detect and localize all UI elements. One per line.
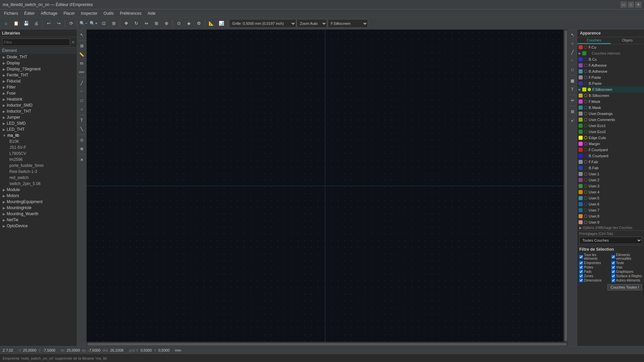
filter-autres-checkbox[interactable] xyxy=(611,279,615,282)
tb-3d-button[interactable]: ◈ xyxy=(184,19,194,28)
tb-mirror-button[interactable]: ⇔ xyxy=(142,19,151,28)
layer-row-bcu[interactable]: B.Cu xyxy=(577,56,644,62)
layer-row-margin[interactable]: Margin xyxy=(577,141,644,147)
filter-texte-checkbox[interactable] xyxy=(611,261,615,265)
pcb-canvas[interactable] xyxy=(87,29,564,342)
vt-circle-button[interactable]: ○ xyxy=(78,105,86,113)
grid-dropdown[interactable]: Grille: 0,5000 mm (0,0197 inch) xyxy=(229,19,296,28)
vt-grid-button[interactable]: ⊞ xyxy=(78,42,86,50)
rvt-arc-button[interactable]: ◜ xyxy=(569,57,577,65)
vt-text-button[interactable]: T xyxy=(78,116,86,124)
presets-select[interactable]: Toutes Couches F.Cu seul B.Cu seul xyxy=(579,237,642,244)
filter-pistes-checkbox[interactable] xyxy=(579,265,583,269)
tree-item-module[interactable]: ▶Module xyxy=(0,187,77,193)
layer-row-fadhesive[interactable]: F.Adhesive xyxy=(577,62,644,68)
tree-item-inductor-smd[interactable]: ▶Inductor_SMD xyxy=(0,102,77,108)
tb-design-button[interactable]: 📐 xyxy=(207,19,216,28)
tb-undo-button[interactable]: ↩ xyxy=(44,19,53,28)
tree-item-heatsink[interactable]: ▶Heatsink xyxy=(0,96,77,102)
close-button[interactable]: ✕ xyxy=(635,2,641,8)
filter-pads-checkbox[interactable] xyxy=(579,270,583,274)
filter-dimensions-checkbox[interactable] xyxy=(579,279,583,282)
vt-unit-button[interactable]: m xyxy=(78,59,86,67)
vt-anchor-button[interactable]: ⊕ xyxy=(78,145,86,153)
rvt-pen-button[interactable]: ✏ xyxy=(569,97,577,105)
tb-orient-button[interactable]: ⊕ xyxy=(162,19,171,28)
rvt-hatch-button[interactable]: ▦ xyxy=(569,77,577,85)
tb-rotate-button[interactable]: ↻ xyxy=(131,19,141,28)
tb-grid-button[interactable]: ⊞ xyxy=(152,19,161,28)
layer-row-bmask[interactable]: B.Mask xyxy=(577,105,644,111)
options-affichage-header[interactable]: ▶ Options d'Affichage des Couches xyxy=(577,225,644,230)
tree-item-display[interactable]: ▶Display xyxy=(0,60,77,66)
layer-row-edgecuts[interactable]: Edge.Cuts xyxy=(577,135,644,141)
tab-objets[interactable]: Objets xyxy=(611,37,644,44)
layer-row-fsilkscreen[interactable]: ▶ F.Silkscreen xyxy=(577,86,644,93)
vt-select-button[interactable]: ↖ xyxy=(78,31,86,39)
library-search-input[interactable] xyxy=(2,39,70,46)
tb-refresh-button[interactable]: ⟳ xyxy=(66,19,76,28)
horizontal-scrollbar[interactable] xyxy=(87,342,568,346)
tree-item-inductor-tht[interactable]: ▶Inductor_THT xyxy=(0,108,77,114)
layer-row-badhesive[interactable]: B.Adhesive xyxy=(577,68,644,74)
filter-vias-checkbox[interactable] xyxy=(611,265,615,269)
tree-item-display7[interactable]: ▶Display_7Segment xyxy=(0,66,77,72)
vertical-scrollbar[interactable] xyxy=(564,29,568,342)
couches-toutes-button[interactable]: Couches Toutes ! xyxy=(607,284,642,290)
vt-line2-button[interactable]: ╲ xyxy=(78,125,86,133)
menu-fichiers[interactable]: Fichiers xyxy=(1,10,21,16)
tree-item-filter[interactable]: ▶Filter xyxy=(0,84,77,90)
tb-print-button[interactable]: 🖨 xyxy=(32,19,41,28)
vt-pad-button[interactable]: ⊙ xyxy=(78,136,86,144)
rvt-arrow-button[interactable]: ↙ xyxy=(569,116,577,124)
tb-footprint-button[interactable]: ⊙ xyxy=(174,19,183,28)
tree-subitem-l7805[interactable]: L7805CV xyxy=(0,150,77,157)
tb-move-button[interactable]: ✥ xyxy=(121,19,131,28)
tree-subitem-red-switch[interactable]: red_switch xyxy=(0,175,77,181)
tree-item-mounting-eq[interactable]: ▶MountingEquipment xyxy=(0,199,77,205)
vt-line-button[interactable]: ╱ xyxy=(78,79,86,87)
layer-row-internal[interactable]: ▶ Couches internes xyxy=(577,50,644,56)
rvt-circle-button[interactable]: ○ xyxy=(569,40,577,48)
tb-netlist-button[interactable]: 📊 xyxy=(217,19,226,28)
layer-row-user5[interactable]: User.5 xyxy=(577,195,644,201)
tab-couches[interactable]: Couches xyxy=(577,37,611,44)
layer-row-user1[interactable]: User.1 xyxy=(577,171,644,177)
tree-subitem-lm2596[interactable]: lm2596 xyxy=(0,157,77,163)
layer-row-user8[interactable]: User.8 xyxy=(577,213,644,219)
layer-row-userdrawings[interactable]: User.Drawings xyxy=(577,111,644,117)
menu-placer[interactable]: Placer xyxy=(61,10,77,16)
filter-surface-checkbox[interactable] xyxy=(611,274,615,278)
tb-new-button[interactable]: 📋 xyxy=(11,19,21,28)
filter-zones-checkbox[interactable] xyxy=(579,274,583,278)
layer-row-user4[interactable]: User.4 xyxy=(577,189,644,195)
tb-redo-button[interactable]: ↪ xyxy=(54,19,63,28)
filter-tous-checkbox[interactable] xyxy=(579,255,583,259)
rvt-line-button[interactable]: ╱ xyxy=(569,48,577,56)
tree-item-led-tht[interactable]: ▶LED_THT xyxy=(0,126,77,132)
layer-row-ffab[interactable]: F.Fab xyxy=(577,159,644,165)
tree-item-jumper[interactable]: ▶Jumper xyxy=(0,114,77,120)
layer-row-fcu[interactable]: F.Cu xyxy=(577,44,644,50)
vt-delete-button[interactable]: ✕ xyxy=(78,156,86,164)
layer-row-user9[interactable]: User.9 xyxy=(577,219,644,225)
tb-zoom-center-button[interactable]: ⊞ xyxy=(109,19,118,28)
layer-row-bcourtyard[interactable]: B.Courtyard xyxy=(577,153,644,159)
layer-row-fpaste[interactable]: F.Paste xyxy=(577,74,644,80)
h-scroll-thumb[interactable] xyxy=(87,343,567,346)
layer-row-user3[interactable]: User.3 xyxy=(577,183,644,189)
filter-empreintes-checkbox[interactable] xyxy=(579,261,583,265)
tb-zoom-in-button[interactable]: 🔍+ xyxy=(89,19,98,28)
tree-item-fuse[interactable]: ▶Fuse xyxy=(0,90,77,96)
layer-row-bsilkscreen[interactable]: B.Silkscreen xyxy=(577,93,644,99)
menu-inspecter[interactable]: Inspecter xyxy=(78,10,100,16)
tree-item-ma-lib[interactable]: ▼ma_lib xyxy=(0,132,77,138)
tree-item-nettie[interactable]: ▶NetTie xyxy=(0,217,77,223)
tb-rules-button[interactable]: ⚙ xyxy=(194,19,204,28)
maximize-button[interactable]: □ xyxy=(628,2,634,8)
zoom-dropdown[interactable]: Zoom Auto xyxy=(297,19,327,28)
canvas-area[interactable] xyxy=(87,29,564,342)
filter-verrouilles-checkbox[interactable] xyxy=(611,255,615,259)
layer-row-fcourtyard[interactable]: F.Courtyard xyxy=(577,147,644,153)
menu-editer[interactable]: Éditer xyxy=(21,10,37,16)
